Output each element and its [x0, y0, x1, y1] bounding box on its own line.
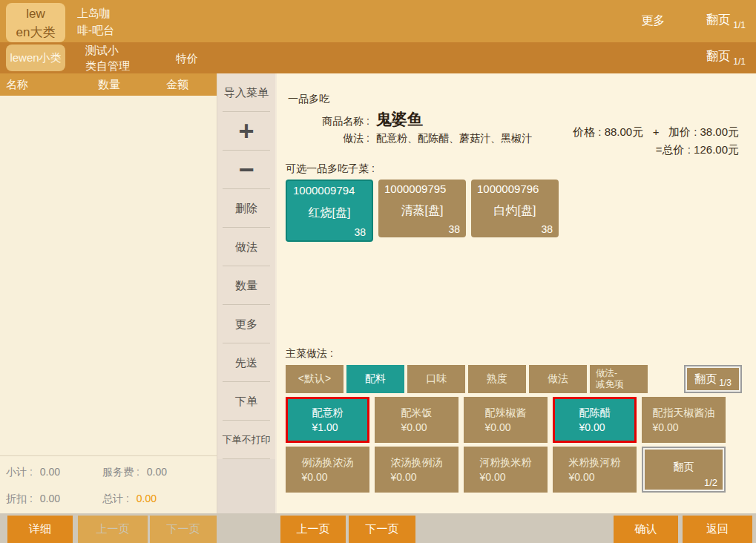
option-item[interactable]: 浓汤换例汤 ¥0.00 [375, 447, 458, 493]
order-prev-page-button[interactable]: 上一页 [78, 516, 148, 543]
subdish-code: 1000009794 [293, 184, 355, 197]
option-name: 配意粉 [312, 405, 344, 420]
confirm-button[interactable]: 确认 [614, 516, 678, 543]
subdish-price: 38 [354, 226, 366, 238]
service-fee-value: 0.00 [147, 466, 167, 479]
pager-label: 翻页 [694, 372, 717, 386]
option-price: ¥0.00 [485, 420, 527, 435]
place-order-button[interactable]: 下单 [217, 382, 275, 421]
order-next-page-button[interactable]: 下一页 [150, 516, 217, 543]
subdish-name: 红烧[盘] [309, 205, 351, 221]
option-item[interactable]: 配意粉 ¥1.00 [286, 397, 369, 443]
discount-label: 折扣 : [6, 493, 33, 506]
subdish-item[interactable]: 1000009795 清蒸[盘] 38 [378, 180, 466, 237]
order-totals: 小计 : 0.00 服务费 : 0.00 折扣 : 0.00 总计 : 0.00 [0, 455, 217, 513]
quantity-button[interactable]: 数量 [217, 266, 275, 305]
subtotal-label: 小计 : [6, 466, 33, 479]
method-button[interactable]: 做法 [217, 228, 275, 266]
tab-lewen-category[interactable]: lew en大类 [6, 3, 65, 42]
option-price: ¥1.00 [312, 420, 344, 435]
pos-screen: lew en大类 上岛咖 啡-吧台 更多 翻页 1/1 lewen小类 测试小 … [0, 0, 756, 543]
option-price: ¥0.00 [302, 470, 354, 484]
store-name: 上岛咖 啡-吧台 [77, 4, 114, 39]
detail-button[interactable]: 详细 [7, 516, 73, 543]
price-plus-addon: 价格 : 88.00元 + 加价 : 38.00元 [573, 125, 739, 139]
option-price: ¥0.00 [401, 420, 433, 435]
tab-lewen-subcategory[interactable]: lewen小类 [6, 45, 65, 71]
subdish-item[interactable]: 1000009796 白灼[盘] 38 [471, 180, 559, 237]
option-price: ¥0.00 [569, 470, 621, 484]
method-tab-flavor[interactable]: 口味 [407, 365, 465, 393]
column-name: 名称 [6, 78, 98, 92]
subdish-section-label: 可选一品多吃子菜 : [286, 162, 756, 176]
option-item[interactable]: 配辣椒酱 ¥0.00 [464, 397, 548, 443]
product-info: 商品名称 : 鬼婆鱼 做法 : 配意粉、配陈醋、蘑菇汁、黑椒汁 价格 : 88.… [286, 109, 756, 157]
method-tab-waiver[interactable]: 做法- 减免项 [590, 365, 648, 393]
option-item[interactable]: 例汤换浓汤 ¥0.00 [286, 447, 369, 493]
service-fee: 服务费 : 0.00 [102, 466, 211, 479]
toolbar-empty-area [217, 459, 275, 513]
subcategory-item-special[interactable]: 特价 [176, 50, 198, 66]
option-item[interactable]: 河粉换米粉 ¥0.00 [464, 447, 548, 493]
grand-total-label: 总计 : [102, 493, 129, 506]
page-indicator: 1/1 [733, 20, 746, 30]
option-item[interactable]: 配米饭 ¥0.00 [375, 397, 458, 443]
service-fee-label: 服务费 : [102, 466, 139, 479]
order-no-print-button[interactable]: 下单不打印 [217, 421, 275, 459]
method-tab-doneness[interactable]: 熟度 [468, 365, 526, 393]
option-price: ¥0.00 [579, 420, 611, 435]
import-menu-button[interactable]: 导入菜单 [217, 73, 275, 112]
method-options-grid: 配意粉 ¥1.00 配米饭 ¥0.00 配辣椒酱 ¥0.00 [286, 397, 756, 493]
top-category-bar: lew en大类 上岛咖 啡-吧台 更多 翻页 1/1 [0, 0, 756, 42]
more-button[interactable]: 更多 [641, 13, 665, 29]
subdish-code: 1000009796 [477, 182, 539, 195]
subdish-price: 38 [448, 223, 460, 235]
method-tab-ingredients[interactable]: 配料 [346, 365, 404, 393]
column-quantity: 数量 [98, 78, 145, 92]
decrease-button[interactable]: − [217, 151, 275, 189]
options-next-page-button[interactable]: 下一页 [349, 516, 415, 543]
bottom-bar: 详细 上一页 下一页 上一页 下一页 确认 返回 [0, 513, 756, 543]
pager-label: 翻页 [706, 49, 730, 65]
order-list-empty[interactable] [0, 96, 217, 455]
options-page-button[interactable]: 翻页 1/2 [642, 447, 726, 493]
option-item[interactable]: 米粉换河粉 ¥0.00 [553, 447, 637, 493]
tabs-page-button[interactable]: 翻页 1/3 [684, 365, 742, 393]
option-price: ¥0.00 [480, 470, 532, 484]
option-name: 米粉换河粉 [569, 455, 621, 470]
product-name: 鬼婆鱼 [376, 109, 423, 130]
return-button[interactable]: 返回 [683, 516, 752, 543]
content-row: 名称 数量 金额 小计 : 0.00 服务费 : 0.00 折扣 : 0.00 [0, 73, 756, 513]
more-tools-button[interactable]: 更多 [217, 305, 275, 343]
send-first-button[interactable]: 先送 [217, 343, 275, 382]
subcategory-page-button[interactable]: 翻页 1/1 [706, 49, 746, 67]
option-name: 浓汤换例汤 [391, 455, 443, 470]
pager-label: 翻页 [674, 461, 694, 474]
page-indicator: 1/2 [704, 477, 717, 488]
subtotal: 小计 : 0.00 [6, 466, 102, 479]
grand-total-value: 0.00 [137, 493, 157, 506]
total-price: =总价 : 126.00元 [573, 143, 739, 157]
method-tab-default[interactable]: <默认> [286, 365, 344, 393]
product-info-left: 商品名称 : 鬼婆鱼 做法 : 配意粉、配陈醋、蘑菇汁、黑椒汁 [286, 109, 532, 157]
discount-value: 0.00 [40, 493, 60, 506]
sub-category-bar: lewen小类 测试小 类自管理 特价 翻页 1/1 [0, 42, 756, 73]
grand-total: 总计 : 0.00 [102, 493, 211, 506]
option-name: 配陈醋 [579, 405, 611, 420]
increase-button[interactable]: + [217, 112, 275, 151]
method-tab-method[interactable]: 做法 [529, 365, 587, 393]
subdish-item[interactable]: 1000009794 红烧[盘] 38 [286, 180, 373, 242]
subdish-name: 白灼[盘] [494, 203, 536, 219]
main-dish-method-label: 主菜做法 : [286, 347, 756, 361]
subdish-price: 38 [541, 223, 553, 235]
option-name: 配指天椒酱油 [653, 405, 715, 420]
method-label: 做法 : [286, 132, 369, 145]
options-prev-page-button[interactable]: 上一页 [280, 516, 346, 543]
topbar-right: 更多 翻页 1/1 [641, 0, 756, 42]
subcategory-item-test[interactable]: 测试小 类自管理 [85, 42, 130, 73]
delete-button[interactable]: 删除 [217, 189, 275, 228]
option-item[interactable]: 配陈醋 ¥0.00 [553, 397, 637, 443]
option-item[interactable]: 配指天椒酱油 ¥0.00 [642, 397, 726, 443]
multi-eat-panel: 一品多吃 商品名称 : 鬼婆鱼 做法 : 配意粉、配陈醋、蘑菇汁、黑椒汁 价格 … [277, 73, 756, 513]
category-page-button[interactable]: 翻页 1/1 [706, 13, 746, 30]
